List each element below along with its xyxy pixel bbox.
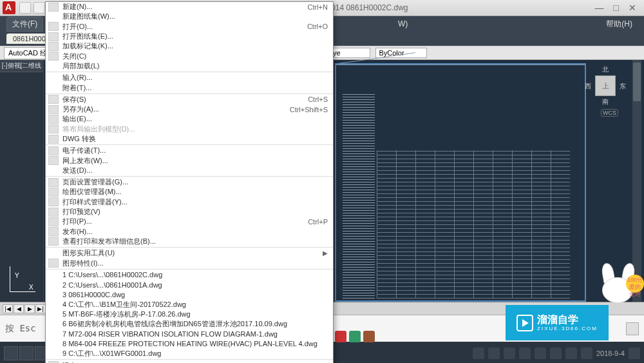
qat-open-icon[interactable] — [33, 2, 45, 14]
menu-item-label: 另存为(A)... — [62, 104, 277, 114]
tray-icon[interactable] — [535, 348, 546, 359]
app-logo-icon[interactable] — [3, 1, 15, 14]
file-menu-item[interactable]: 电子传递(T)... — [46, 146, 333, 155]
file-menu-item[interactable]: 绘图仪管理器(M)... — [46, 187, 333, 197]
file-menu-item[interactable]: 另存为(A)...Ctrl+Shift+S — [46, 104, 333, 114]
file-menu-item[interactable]: 打印(P)...Ctrl+P — [46, 217, 333, 226]
brand-title: 溜溜自学 — [537, 314, 598, 326]
notification-icon[interactable] — [629, 348, 640, 359]
file-menu-item[interactable]: 发送(D)... — [46, 166, 333, 175]
file-menu-item[interactable]: 4 C:\工作\...\B1M卫生间-20170522.dwg — [46, 300, 333, 309]
app-icon[interactable] — [349, 331, 361, 342]
menu-item-label: 9 C:\工作\...\X01WFG0001.dwg — [62, 349, 328, 358]
file-menu-item[interactable]: 退出(X)Ctrl+Q — [46, 360, 333, 363]
file-menu-item[interactable]: 9 C:\工作\...\X01WFG0001.dwg — [46, 349, 333, 358]
tray-icon[interactable] — [550, 348, 562, 359]
menu-item-label: 打开图纸集(E)... — [62, 32, 328, 41]
file-menu-item[interactable]: 打印样式管理器(Y)... — [46, 197, 333, 207]
viewcube-south[interactable]: 南 — [602, 97, 609, 106]
file-menu-item[interactable]: 2 C:\Users\...\0861H0001A.dwg — [46, 280, 333, 289]
menu-item-icon — [48, 349, 59, 358]
tray-icon[interactable] — [565, 348, 577, 359]
menu-item-icon — [48, 329, 59, 338]
submenu-arrow-icon: ▶ — [323, 250, 328, 257]
menu-file[interactable]: 文件(F) — [6, 17, 43, 32]
file-menu-item[interactable]: 新建图纸集(W)... — [46, 12, 333, 21]
file-menu-item[interactable]: 打开图纸集(E)... — [46, 32, 333, 41]
layout-nav-next[interactable]: ▶ — [24, 304, 35, 313]
layout-nav-last[interactable]: ▶| — [35, 304, 46, 313]
brand-subtitle: ZIXUE.3D66.COM — [537, 326, 598, 331]
wcs-label[interactable]: WCS — [601, 109, 618, 117]
close-button[interactable]: ✕ — [629, 3, 636, 13]
drawing-content — [343, 92, 375, 299]
menu-item-icon — [48, 3, 59, 12]
menu-item-shortcut: Ctrl+S — [308, 95, 328, 103]
file-menu-item[interactable]: 图形实用工具(U)▶ — [46, 248, 333, 258]
file-menu-item[interactable]: 输入(R)... — [46, 73, 333, 83]
menu-help[interactable]: 帮助(H) — [601, 17, 638, 31]
tray-icon[interactable] — [581, 348, 592, 359]
file-menu-item[interactable]: 加载标记集(K)... — [46, 41, 333, 51]
file-menu-item[interactable]: 6 B6裙房制冷机房机电管线综合图增加DN65管道泄水池2017.10.09.d… — [46, 319, 333, 329]
menu-item-icon — [48, 146, 59, 155]
menu-item-icon — [48, 290, 59, 299]
file-menu-item[interactable]: 新建(N)...Ctrl+N — [46, 2, 333, 12]
layout-nav-prev[interactable]: ◀ — [14, 304, 24, 313]
menu-item-icon — [48, 32, 59, 41]
file-menu-item[interactable]: 图形特性(I)... — [46, 258, 333, 268]
drawing-content-2 — [377, 150, 570, 299]
file-menu-item[interactable]: 局部加载(L) — [46, 61, 333, 71]
tray-icon[interactable] — [519, 348, 531, 359]
menu-item-label: 输出(E)... — [62, 114, 328, 124]
app-icon[interactable] — [363, 331, 375, 342]
file-menu-item[interactable]: 网上发布(W)... — [46, 155, 333, 165]
menu-item-icon — [48, 339, 59, 348]
file-menu-item[interactable]: 关闭(C) — [46, 51, 333, 61]
menu-item-label: 附着(T)... — [62, 83, 328, 93]
file-menu-item[interactable]: 打开(O)...Ctrl+O — [46, 22, 333, 32]
layout-nav-first[interactable]: |◀ — [3, 304, 13, 313]
minimize-button[interactable]: — — [595, 3, 604, 13]
menu-item-icon — [48, 178, 59, 187]
view-cube[interactable]: 上 北 南 东 西 — [586, 66, 625, 105]
menu-item-icon — [48, 95, 59, 104]
file-menu-item[interactable]: DWG 转换 — [46, 134, 333, 144]
file-menu-item[interactable]: 5 MT-B6F-塔楼冷冻机房-P-17.08.26.dwg — [46, 309, 333, 319]
tray-icon[interactable] — [488, 348, 500, 359]
file-menu-item[interactable]: 附着(T)... — [46, 83, 333, 92]
file-menu-item[interactable]: 输出(E)... — [46, 114, 333, 124]
viewcube-top-face[interactable]: 上 — [595, 75, 616, 96]
menu-item-label: 查看打印和发布详细信息(B)... — [62, 237, 328, 246]
file-menu-item[interactable]: 3 0861H0000C.dwg — [46, 289, 333, 299]
tray-icon[interactable] — [504, 348, 515, 359]
taskbar-app-icons — [335, 331, 375, 342]
tray-icon[interactable] — [473, 348, 484, 359]
menu-item-label: 4 C:\工作\...\B1M卫生间-20170522.dwg — [62, 300, 328, 309]
scrollbar-thumb[interactable] — [633, 63, 641, 101]
app-icon[interactable] — [335, 331, 346, 342]
menu-item-label: 图形特性(I)... — [62, 259, 328, 268]
sb-grid-icon[interactable] — [19, 346, 33, 360]
file-menu-item[interactable]: 1 C:\Users\...\0861H0002C.dwg — [46, 270, 333, 280]
menu-item-label: 将布局输出到模型(D)... — [62, 124, 328, 134]
maximize-button[interactable]: □ — [614, 3, 619, 13]
file-menu-item[interactable]: 7 M72-004 RISER VIBRATION ISOLATION FLOW… — [46, 329, 333, 339]
menu-item-icon — [48, 259, 59, 268]
menu-item-icon — [48, 320, 59, 329]
viewcube-west[interactable]: 西 — [585, 82, 591, 91]
viewcube-north[interactable]: 北 — [602, 65, 609, 74]
file-menu-item[interactable]: 查看打印和发布详细信息(B)... — [46, 237, 333, 246]
menu-item-shortcut: Ctrl+N — [308, 3, 328, 11]
view-tab[interactable]: [-]俯视[二维线 — [0, 60, 43, 72]
qat-new-icon[interactable] — [19, 2, 31, 14]
command-history-icon[interactable] — [626, 322, 639, 335]
sb-windows-icon[interactable] — [4, 346, 18, 360]
file-menu-item[interactable]: 页面设置管理器(G)... — [46, 177, 333, 187]
menu-item-icon — [48, 42, 59, 51]
file-menu-item[interactable]: 保存(S)Ctrl+S — [46, 95, 333, 104]
viewcube-east[interactable]: 东 — [620, 82, 626, 91]
file-menu-item[interactable]: 发布(H)... — [46, 227, 333, 237]
file-menu-item[interactable]: 8 M84-004 FREEZE PROTECTION HEATING WIRE… — [46, 339, 333, 349]
file-menu-item[interactable]: 打印预览(V) — [46, 207, 333, 217]
